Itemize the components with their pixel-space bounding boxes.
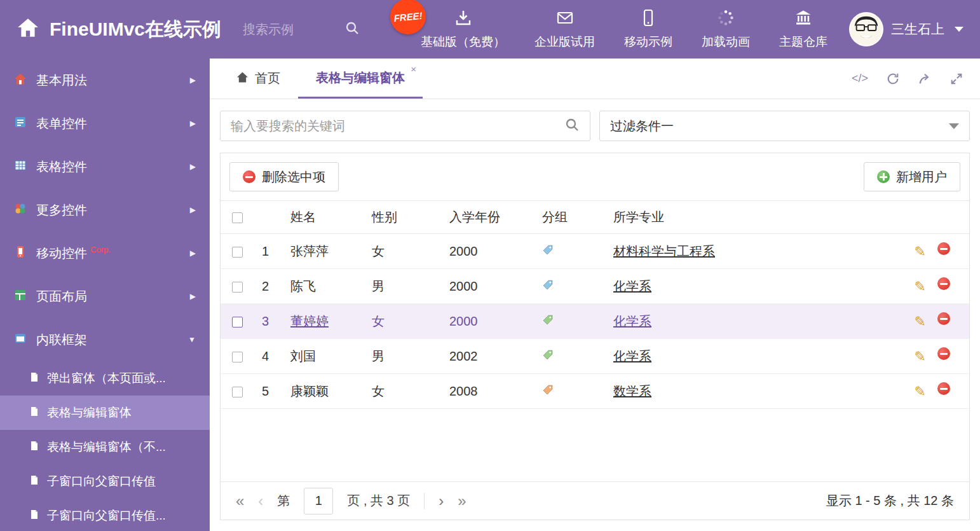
sidebar-item-more-controls[interactable]: 更多控件 ▶	[0, 188, 210, 231]
download-icon	[454, 9, 472, 29]
avatar	[849, 12, 883, 46]
sidebar-item-iframe[interactable]: 内联框架 ▼	[0, 318, 210, 361]
major-link[interactable]: 化学系	[613, 279, 651, 293]
row-name: 康颖颖	[284, 374, 365, 409]
chevron-right-icon: ▶	[190, 292, 196, 301]
edit-icon[interactable]: ✎	[915, 383, 926, 400]
filter-dropdown-value: 过滤条件一	[610, 118, 674, 135]
table-body: 1张萍萍女2000材料科学与工程系✎2陈飞男2000化学系✎3董婷婷女2000化…	[221, 234, 969, 409]
sidebar-subitem-grid-edit-window-2[interactable]: 表格与编辑窗体（不...	[0, 430, 210, 464]
add-user-button[interactable]: 新增用户	[864, 162, 960, 191]
user-menu[interactable]: 三生石上	[849, 12, 963, 46]
home-logo-icon[interactable]	[17, 17, 39, 42]
fullscreen-icon[interactable]	[949, 72, 963, 86]
app-title: FineUIMvc在线示例	[50, 17, 221, 43]
page-icon	[29, 509, 39, 523]
delete-icon[interactable]	[937, 382, 950, 395]
row-year: 2000	[443, 304, 536, 339]
row-year: 2000	[443, 234, 536, 269]
nav-item-basic-edition[interactable]: FREE! 基础版（免费）	[421, 9, 505, 50]
next-page-icon[interactable]: ›	[439, 492, 444, 510]
table-row[interactable]: 3董婷婷女2000化学系✎	[221, 304, 969, 339]
nav-item-loading-animation[interactable]: 加载动画	[702, 9, 750, 50]
data-grid: 姓名 性别 入学年份 分组 所学专业 1张萍萍女2000材料科学与工程系✎2陈飞…	[221, 200, 969, 409]
sidebar-item-page-layout[interactable]: 页面布局 ▶	[0, 275, 210, 318]
header-search-input[interactable]	[243, 22, 338, 37]
delete-icon[interactable]	[937, 312, 950, 325]
edit-icon[interactable]: ✎	[915, 348, 926, 365]
row-checkbox[interactable]	[232, 352, 243, 362]
row-name: 陈飞	[284, 269, 365, 304]
sidebar-subitem-child-to-parent[interactable]: 子窗口向父窗口传值	[0, 464, 210, 499]
nav-label: 基础版（免费）	[421, 34, 505, 50]
open-new-window-icon[interactable]	[918, 72, 932, 86]
delete-selected-button[interactable]: 删除选中项	[229, 162, 339, 191]
prev-page-icon[interactable]: ‹	[258, 492, 263, 510]
row-checkbox[interactable]	[232, 317, 243, 328]
keyword-search-box[interactable]	[220, 111, 590, 141]
row-checkbox[interactable]	[232, 282, 243, 293]
major-link[interactable]: 化学系	[613, 314, 651, 328]
form-icon	[14, 116, 27, 132]
row-number: 5	[255, 374, 284, 409]
edit-icon[interactable]: ✎	[915, 279, 926, 295]
tab-grid-edit-window[interactable]: 表格与编辑窗体 ×	[298, 59, 423, 99]
sidebar-item-label: 移动控件Corp.	[36, 245, 111, 262]
delete-icon[interactable]	[937, 242, 950, 255]
sidebar-item-mobile-controls[interactable]: 移动控件Corp. ▶	[0, 231, 210, 275]
tab-home[interactable]: 首页	[219, 59, 298, 99]
sidebar-subitem-grid-edit-window[interactable]: 表格与编辑窗体	[0, 396, 210, 430]
sidebar-subitem-label: 子窗口向父窗口传值...	[47, 507, 166, 524]
row-gender: 女	[365, 234, 443, 269]
edit-icon[interactable]: ✎	[915, 244, 926, 260]
row-year: 2000	[443, 269, 536, 304]
last-page-icon[interactable]: »	[458, 492, 466, 510]
major-link[interactable]: 材料科学与工程系	[613, 244, 715, 258]
header-search[interactable]	[243, 20, 360, 38]
nav-item-theme-repo[interactable]: 主题仓库	[779, 9, 827, 50]
delete-icon[interactable]	[937, 277, 950, 290]
sidebar-subitem-label: 弹出窗体（本页面或...	[47, 370, 166, 387]
table-row[interactable]: 2陈飞男2000化学系✎	[221, 269, 969, 304]
sidebar-subitem-popup-window[interactable]: 弹出窗体（本页面或...	[0, 361, 210, 396]
nav-item-enterprise-trial[interactable]: 企业版试用	[534, 9, 595, 50]
search-icon[interactable]	[338, 20, 360, 38]
sidebar-subitem-child-to-parent-2[interactable]: 子窗口向父窗口传值...	[0, 499, 210, 531]
add-user-label: 新增用户	[896, 169, 947, 186]
row-number: 4	[255, 339, 284, 374]
edit-icon[interactable]: ✎	[915, 314, 926, 330]
page-number-input[interactable]	[304, 488, 333, 514]
view-source-icon[interactable]: </>	[852, 72, 868, 85]
flower-icon	[14, 202, 27, 218]
nav-item-mobile-demo[interactable]: 移动示例	[624, 9, 672, 50]
sidebar-item-basic-usage[interactable]: 基本用法 ▶	[0, 59, 210, 102]
major-link[interactable]: 化学系	[613, 349, 651, 363]
row-year: 2008	[443, 374, 536, 409]
page-prefix-label: 第	[277, 492, 290, 509]
col-header-actions	[893, 201, 969, 234]
delete-icon[interactable]	[937, 347, 950, 360]
frame-icon	[14, 332, 27, 348]
filter-row: 过滤条件一	[210, 99, 980, 153]
refresh-icon[interactable]	[886, 72, 900, 86]
select-all-checkbox[interactable]	[232, 212, 243, 223]
sidebar-item-label: 页面布局	[36, 288, 87, 305]
tab-close-icon[interactable]: ×	[411, 64, 416, 74]
mobile-icon	[639, 9, 657, 29]
keyword-search-input[interactable]	[231, 119, 564, 134]
table-row[interactable]: 1张萍萍女2000材料科学与工程系✎	[221, 234, 969, 269]
sidebar-item-grid-controls[interactable]: 表格控件 ▶	[0, 145, 210, 188]
row-checkbox[interactable]	[232, 247, 243, 258]
first-page-icon[interactable]: «	[236, 492, 244, 510]
row-checkbox[interactable]	[232, 387, 243, 397]
search-icon[interactable]	[564, 117, 580, 135]
tag-icon	[542, 349, 554, 364]
table-row[interactable]: 5康颖颖女2008数学系✎	[221, 374, 969, 409]
sidebar-item-form-controls[interactable]: 表单控件 ▶	[0, 102, 210, 145]
page-icon	[29, 371, 39, 385]
row-name: 刘国	[284, 339, 365, 374]
filter-dropdown[interactable]: 过滤条件一	[599, 111, 970, 141]
major-link[interactable]: 数学系	[613, 384, 651, 398]
table-row[interactable]: 4刘国男2002化学系✎	[221, 339, 969, 374]
spinner-icon	[717, 9, 735, 29]
